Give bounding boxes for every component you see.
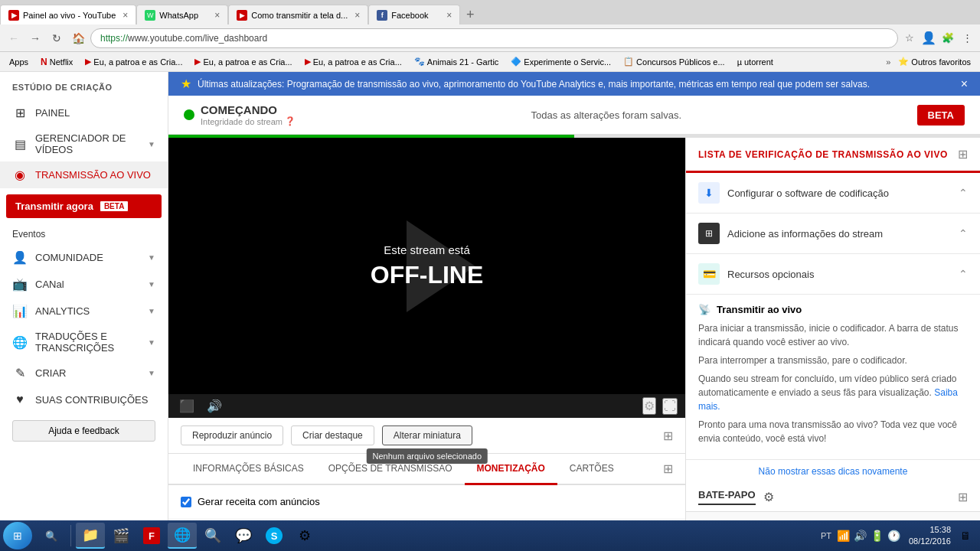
traducoes-icon: 🌐 [12, 335, 28, 350]
sidebar-item-criar[interactable]: ✎ CRIAR ▼ [0, 360, 168, 386]
informacoes-icon: ⊞ [698, 223, 720, 244]
chat-grid-icon[interactable]: ⊞ [958, 490, 968, 504]
volume-button[interactable]: 🔊 [204, 397, 225, 415]
broadcast-title-label: Transmitir ao vivo [717, 304, 802, 315]
canal-icon: 📺 [12, 277, 28, 292]
home-button[interactable]: 🏠 [69, 29, 87, 47]
actions-grid-icon[interactable]: ⊞ [663, 429, 673, 443]
sidebar-item-canal[interactable]: 📺 CANal ▼ [0, 271, 168, 298]
transmit-now-button[interactable]: Transmitir agora BETA [6, 194, 162, 218]
tab-informacoes[interactable]: INFORMAÇÕES BÁSICAS [181, 454, 316, 485]
sidebar-item-transmissao[interactable]: ◉ TRANSMISSÃO AO VIVO [0, 161, 168, 188]
checklist-informacoes[interactable]: ⊞ Adicione as informações do stream ⌃ [686, 214, 980, 254]
bookmark-apps[interactable]: Apps [5, 57, 33, 67]
revenue-checkbox[interactable] [181, 497, 191, 507]
taskbar-file-explorer[interactable]: 📁 [76, 523, 105, 549]
start-button[interactable]: ⊞ [3, 522, 32, 549]
tab-close-facebook[interactable]: × [446, 10, 452, 21]
extension-icon[interactable]: 🧩 [939, 30, 956, 47]
change-thumbnail-button[interactable]: Alterar miniatura [382, 425, 472, 445]
sidebar-item-contribuicoes[interactable]: ♥ SUAS CONTRIBUIÇÕES [0, 386, 168, 412]
configure-icon: ⬇ [698, 182, 720, 204]
tray-lang[interactable]: PT [818, 531, 834, 540]
notification-close-button[interactable]: × [961, 77, 968, 91]
taskbar-search-button[interactable]: 🔍 [37, 523, 66, 549]
sidebar-item-analytics[interactable]: 📊 ANALYTICS ▼ [0, 298, 168, 324]
skype-icon: S [266, 527, 283, 544]
right-column: LISTA DE VERIFICAÇÃO DE TRANSMISSÃO AO V… [685, 138, 980, 551]
configure-arrow-icon: ⌃ [959, 187, 968, 199]
taskbar-obs[interactable]: ⚙ [290, 523, 319, 549]
sidebar-item-traducoes[interactable]: 🌐 TRADUÇÕES E TRANSCRIÇÕES ▼ [0, 324, 168, 360]
taskbar-media-player[interactable]: 🎬 [106, 523, 136, 549]
taskbar-whatsapp[interactable]: 💬 [229, 523, 258, 549]
bookmark-patroa1[interactable]: ▶ Eu, a patroa e as Cria... [80, 56, 187, 67]
integrity-help-icon[interactable]: ❓ [285, 116, 296, 126]
broadcast-para3: Quando seu stream for concluído, um víde… [698, 372, 968, 413]
help-feedback-button[interactable]: Ajuda e feedback [12, 420, 155, 442]
bookmark-patroa2[interactable]: ▶ Eu, a patroa e as Cria... [190, 56, 296, 67]
bookmark-animais[interactable]: 🐾 Animais 21 - Gartic [410, 56, 504, 67]
taskbar-skype[interactable]: S [260, 523, 289, 549]
new-tab-button[interactable]: + [460, 5, 480, 24]
stream-status: COMEÇANDO Integridade do stream ❓ [184, 103, 296, 126]
forward-button[interactable]: → [26, 29, 44, 47]
search2-icon: 🔍 [204, 527, 221, 544]
bookmark-utorrent[interactable]: µ utorrent [733, 57, 778, 67]
bookmark-concursos-label: Concursos Públicos e... [636, 57, 725, 67]
chat-tab-label[interactable]: BATE-PAPO [698, 489, 756, 505]
bookmark-patroa3[interactable]: ▶ Eu, a patroa e as Cria... [300, 56, 407, 67]
bookmark-icon[interactable]: ☆ [901, 30, 918, 47]
tray-volume-icon[interactable]: 🔊 [854, 529, 867, 543]
taskbar-chrome[interactable]: 🌐 [168, 523, 197, 549]
checklist-configure[interactable]: ⬇ Configurar o software de codificação ⌃ [686, 173, 980, 214]
tab-cartoes[interactable]: CARTÕES [557, 454, 626, 485]
left-column: Este stream está OFF-LINE ⬛ 🔊 ⚙ ⛶ Reprod… [168, 138, 685, 551]
sidebar-item-comunidade[interactable]: 👤 COMUNIDADE ▼ [0, 244, 168, 271]
tab-close-como[interactable]: × [354, 10, 360, 21]
taskbar-filezilla[interactable]: F [137, 523, 166, 549]
show-desktop-icon[interactable]: 🖥 [959, 529, 972, 543]
tab-whatsapp[interactable]: W WhatsApp × [136, 5, 228, 24]
broadcast-title: 📡 Transmitir ao vivo [698, 304, 968, 315]
recursos-icon: 💳 [698, 263, 720, 285]
stop-button[interactable]: ⬛ [176, 397, 198, 415]
tab-grid-icon[interactable]: ⊞ [663, 461, 673, 476]
tab-facebook[interactable]: f Facebook × [368, 5, 460, 24]
tab-opcoes[interactable]: OPÇÕES DE TRANSMISSÃO [316, 454, 465, 485]
bookmark-outros[interactable]: ⭐ Outros favoritos [893, 56, 975, 67]
video-controls: ⬛ 🔊 ⚙ ⛶ [168, 394, 685, 418]
bookmark-netflix-label: Netflix [50, 57, 74, 67]
profile-icon[interactable]: 👤 [920, 30, 937, 47]
tab-como[interactable]: ▶ Como transmitir a tela d... × [228, 5, 368, 24]
menu-icon[interactable]: ⋮ [959, 30, 975, 47]
address-bar[interactable]: https:// www.youtube.com/live_dashboard [90, 28, 898, 48]
no-show-tips-button[interactable]: Não mostrar essas dicas novamente [686, 460, 980, 483]
fullscreen-button[interactable]: ⛶ [662, 398, 678, 415]
checklist-grid-icon[interactable]: ⊞ [958, 147, 968, 161]
tray-battery-icon[interactable]: 🔋 [871, 529, 884, 543]
settings-button[interactable]: ⚙ [642, 397, 656, 415]
create-highlight-button[interactable]: Criar destaque [291, 425, 374, 445]
tab-close-whatsapp[interactable]: × [214, 10, 220, 21]
back-button[interactable]: ← [5, 29, 23, 47]
tab-monetizacao[interactable]: MONETIZAÇÃO [465, 454, 557, 485]
bookmark-concursos[interactable]: 📋 Concursos Públicos e... [619, 56, 730, 67]
animais-icon: 🐾 [414, 57, 425, 67]
clock-date: 08/12/2016 [909, 536, 951, 547]
bookmark-experimente[interactable]: 🔷 Experimente o Servic... [506, 56, 616, 67]
tray-network-icon[interactable]: 📶 [837, 529, 851, 543]
tab-close-youtube[interactable]: × [122, 10, 128, 21]
sidebar-item-painel[interactable]: ⊞ PAINEL [0, 99, 168, 126]
checklist-recursos[interactable]: 💳 Recursos opcionais ⌃ [686, 254, 980, 295]
revenue-label: Gerar receita com anúncios [198, 496, 320, 507]
tab-youtube[interactable]: ▶ Painel ao vivo - YouTube × [0, 5, 136, 24]
bookmark-netflix[interactable]: N Netflix [36, 56, 77, 68]
reproduce-ad-button[interactable]: Reproduzir anúncio [181, 425, 283, 445]
sidebar-sub-eventos[interactable]: Eventos [0, 224, 168, 244]
taskbar-search2[interactable]: 🔍 [198, 523, 227, 549]
monetization-content: Gerar receita com anúncios [168, 485, 685, 518]
sidebar-item-gerenciador[interactable]: ▤ GERENCIADOR DE VÍDEOS ▼ [0, 126, 168, 161]
reload-button[interactable]: ↻ [47, 29, 66, 47]
chat-settings-icon[interactable]: ⚙ [763, 490, 774, 504]
